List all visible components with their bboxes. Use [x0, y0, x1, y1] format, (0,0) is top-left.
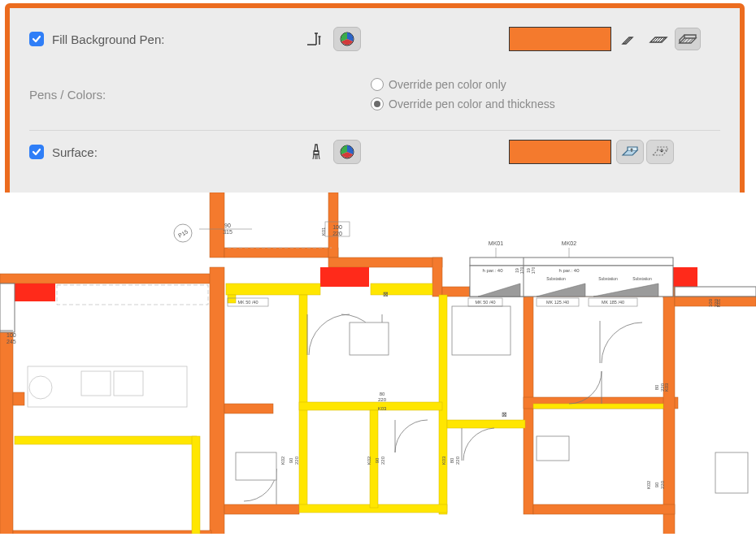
radio-pen-color-only-label: Override pen color only: [389, 78, 506, 91]
dim-90: 90315: [223, 223, 232, 235]
svg-rect-39: [299, 402, 442, 410]
pens-colors-row: Pens / Colors: Override pen color only O…: [29, 70, 720, 119]
svg-rect-33: [320, 267, 369, 287]
label-k01-b: K01: [716, 298, 721, 307]
svg-rect-58: [81, 371, 111, 396]
svg-rect-21: [0, 274, 211, 283]
svg-rect-48: [470, 258, 673, 266]
surface-color-wheel-button[interactable]: [333, 140, 361, 164]
dim-100-245: 100245: [7, 332, 16, 344]
fill-hatch-b[interactable]: [645, 28, 671, 50]
fill-background-pen-checkbox[interactable]: [29, 32, 44, 46]
label-k03-a: K03: [378, 406, 387, 411]
svg-rect-59: [114, 371, 143, 396]
svg-point-57: [29, 376, 52, 399]
surface-color-swatch[interactable]: [509, 140, 611, 164]
svg-rect-36: [371, 283, 432, 295]
fill-hatch-c[interactable]: [675, 28, 701, 50]
radio-pen-color-only[interactable]: Override pen color only: [371, 78, 555, 91]
brush-icon[interactable]: [306, 141, 327, 162]
svg-rect-68: [350, 322, 389, 355]
pen-weight-icon[interactable]: [306, 28, 327, 50]
override-panel: Fill Background Pen:: [5, 3, 745, 197]
svg-rect-69: [236, 452, 276, 480]
svg-rect-72: [715, 452, 748, 493]
svg-rect-44: [192, 436, 200, 534]
svg-rect-31: [533, 504, 675, 514]
fill-hatch-a[interactable]: [616, 28, 642, 50]
svg-rect-11: [210, 193, 224, 258]
marker-b: ⊠: [502, 411, 507, 418]
marker-a: ⊠: [383, 291, 389, 298]
surface-checkbox[interactable]: [29, 145, 44, 159]
svg-rect-70: [452, 306, 511, 355]
label-substation-c: Substation: [632, 276, 652, 281]
color-wheel-button[interactable]: [333, 27, 361, 51]
radio-pen-color-thickness[interactable]: Override pen color and thickness: [371, 97, 555, 110]
svg-rect-38: [299, 295, 307, 506]
svg-rect-29: [663, 296, 675, 534]
svg-rect-45: [447, 420, 525, 428]
svg-rect-24: [210, 267, 224, 534]
label-k01-a: K01: [321, 227, 326, 236]
svg-rect-25: [13, 530, 211, 534]
svg-rect-42: [228, 295, 236, 303]
label-hpar-a: h par.: 40: [482, 268, 503, 273]
dim-100-220: 100220: [332, 224, 342, 236]
svg-rect-55: [57, 285, 208, 305]
pens-colors-label: Pens / Colors:: [29, 88, 106, 102]
label-p15: P15: [177, 228, 189, 238]
dim-90-220-c: 90220: [654, 480, 665, 489]
svg-rect-52: [0, 283, 15, 332]
svg-rect-27: [224, 404, 273, 413]
fill-background-pen-row: Fill Background Pen:: [29, 23, 720, 55]
surface-mode-b[interactable]: [646, 140, 674, 164]
label-k02-b: K02: [367, 456, 371, 465]
svg-rect-12: [224, 248, 338, 258]
label-mk01: MK01: [489, 240, 503, 246]
dim-90-220-a: 90220: [289, 456, 299, 465]
label-mk02: MK02: [562, 240, 576, 246]
svg-rect-56: [28, 366, 187, 407]
svg-rect-43: [15, 436, 197, 444]
label-k02-c: K02: [646, 480, 651, 489]
separator: [29, 130, 720, 131]
label-mk50-a: MK 50 /40: [237, 300, 258, 305]
label-substation-a: Substation: [546, 276, 566, 281]
floorplan-svg: P15 90315 100220 K01 MK01 MK02 h par.: 4…: [0, 193, 756, 534]
label-k03-c: K03: [441, 456, 446, 465]
svg-rect-46: [533, 404, 663, 409]
svg-line-4: [655, 37, 660, 42]
surface-row: Surface:: [29, 136, 720, 168]
dim-80-220-a: 80220: [378, 392, 387, 402]
floorplan-viewport[interactable]: P15 90315 100220 K01 MK01 MK02 h par.: 4…: [0, 193, 756, 534]
svg-rect-15: [432, 258, 442, 296]
svg-rect-26: [224, 504, 299, 514]
label-mk185: MK 185 /40: [602, 300, 624, 305]
label-substation-b: Substation: [598, 276, 618, 281]
radio-pen-color-thickness-label: Override pen color and thickness: [389, 97, 555, 110]
dim-80-220-c: 80220: [450, 456, 460, 465]
label-mk50-b: MK 50 /40: [475, 300, 495, 305]
label-k03-b: K03: [664, 383, 669, 392]
svg-rect-32: [15, 283, 55, 301]
label-hpar-b: h par.: 40: [558, 268, 580, 273]
label-k02-a: K02: [280, 456, 285, 465]
svg-rect-14: [328, 258, 442, 267]
surface-mode-a[interactable]: [616, 140, 644, 164]
svg-rect-71: [537, 436, 569, 461]
fill-background-color-swatch[interactable]: [509, 27, 611, 51]
svg-rect-35: [226, 283, 320, 295]
svg-rect-23: [13, 392, 24, 405]
surface-label: Surface:: [52, 145, 98, 159]
svg-line-2: [626, 37, 632, 44]
fill-background-pen-label: Fill Background Pen:: [52, 32, 164, 46]
label-mk125: MK 125 /40: [546, 300, 569, 305]
svg-rect-22: [0, 331, 13, 534]
svg-rect-51: [675, 287, 756, 296]
